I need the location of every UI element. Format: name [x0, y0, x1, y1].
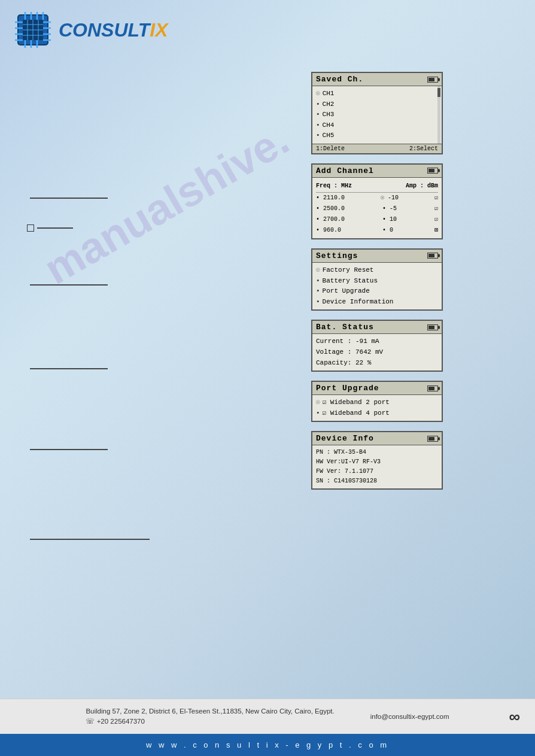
scrollbar-thumb-1: [437, 88, 440, 97]
annotation-line-1: [30, 198, 108, 199]
annotation-line-4: [30, 449, 108, 450]
battery-icon-4: [427, 324, 438, 330]
footer-email: info@consultix-egypt.com: [370, 713, 449, 720]
dev-pn: PN : WTX-35-B4: [316, 448, 438, 457]
footer-phone: ☏ +20 225647370: [86, 717, 334, 725]
footer-website-bar: w w w . c o n s u l t i x - e g y p t . …: [0, 734, 535, 756]
saved-channels-title-bar: Saved Ch.: [312, 73, 442, 86]
annotation-line-5: [30, 539, 150, 540]
checkbox-line-1: [37, 227, 73, 229]
footer-info-bar: Building 57, Zone 2, District 6, El-Tese…: [0, 699, 535, 734]
header: CONSULTIX: [0, 0, 535, 60]
footer: Building 57, Zone 2, District 6, El-Tese…: [0, 699, 535, 756]
port-upgrade-screen: Port Upgrade ☉ ☑ Wideband 2 port • ☑ Wid…: [311, 381, 443, 422]
saved-channels-title: Saved Ch.: [316, 75, 363, 84]
scrollbar-1[interactable]: [437, 86, 440, 144]
device-info-body: PN : WTX-35-B4 HW Ver:UI-V7 RF-V3 FW Ver…: [312, 445, 442, 488]
dev-sn: SN : C1410S730128: [316, 476, 438, 486]
battery-status-body: Current : -91 mA Voltage : 7642 mV Capac…: [312, 334, 442, 371]
annotation-checkbox-1: [27, 224, 73, 232]
battery-icon-6: [427, 436, 438, 442]
saved-ch-row-2: • CH2: [316, 99, 433, 110]
add-channel-screen: Add Channel Freq : MHz Amp : dBm • 2110.…: [311, 163, 443, 239]
battery-icon-1: [427, 77, 438, 83]
saved-ch-row-3: • CH3: [316, 110, 433, 120]
ac-col1: Freq : MHz: [316, 181, 352, 191]
add-channel-title-bar: Add Channel: [312, 165, 442, 178]
battery-icon-2: [427, 168, 438, 174]
settings-row-3: • Port Upgrade: [316, 286, 438, 297]
settings-row-4: • Device Information: [316, 297, 438, 308]
saved-ch-row-5: • CH5: [316, 130, 433, 141]
battery-status-title: Bat. Status: [316, 323, 374, 332]
add-channel-title: Add Channel: [316, 166, 374, 175]
dev-hw: HW Ver:UI-V7 RF-V3: [316, 457, 438, 467]
saved-channels-screen: Saved Ch. ☉ CH1 • CH2 • CH3 • CH4: [311, 72, 443, 154]
ac-col2: Amp : dBm: [406, 181, 438, 191]
bat-capacity: Capacity: 22 %: [316, 358, 438, 369]
settings-body: ☉ Factory Reset • Battery Status • Port …: [312, 263, 442, 309]
port-upgrade-body: ☉ ☑ Wideband 2 port • ☑ Wideband 4 port: [312, 395, 442, 421]
battery-status-screen: Bat. Status Current : -91 mA Voltage : 7…: [311, 320, 443, 372]
port-row-1: ☉ ☑ Wideband 2 port: [316, 397, 438, 408]
footer-address: Building 57, Zone 2, District 6, El-Tese…: [86, 708, 334, 715]
battery-icon-5: [427, 385, 438, 391]
bat-voltage: Voltage : 7642 mV: [316, 347, 438, 358]
footer-website: w w w . c o n s u l t i x - e g y p t . …: [146, 740, 389, 749]
settings-title-bar: Settings: [312, 250, 442, 263]
device-info-screen: Device Info PN : WTX-35-B4 HW Ver:UI-V7 …: [311, 431, 443, 490]
bat-current: Current : -91 mA: [316, 336, 438, 347]
device-info-title-bar: Device Info: [312, 432, 442, 445]
saved-ch-row-4: • CH4: [316, 120, 433, 131]
settings-row-2: • Battery Status: [316, 276, 438, 287]
settings-title: Settings: [316, 251, 358, 260]
device-info-title: Device Info: [316, 434, 374, 443]
saved-ch-row-1: ☉ CH1: [316, 89, 433, 99]
logo-container: CONSULTIX: [12, 9, 168, 51]
annotation-line-2: [30, 284, 108, 286]
footer-address-block: Building 57, Zone 2, District 6, El-Tese…: [86, 708, 334, 725]
ac-row-3: • 2700.0 • 10 ☑: [316, 214, 438, 225]
ac-row-2: • 2500.0 • -5 ☑: [316, 204, 438, 214]
port-upgrade-title-bar: Port Upgrade: [312, 382, 442, 395]
settings-screen: Settings ☉ Factory Reset • Battery Statu…: [311, 248, 443, 311]
saved-channels-footer: 1:Delete 2:Select: [312, 144, 442, 153]
footer-select[interactable]: 2:Select: [409, 145, 438, 152]
add-channel-body: Freq : MHz Amp : dBm • 2110.0 ☉ -10 ☑ • …: [312, 178, 442, 238]
settings-row-1: ☉ Factory Reset: [316, 265, 438, 276]
ac-row-4: • 960.0 • 0 ⊠: [316, 225, 438, 236]
port-row-2: • ☑ Wideband 4 port: [316, 408, 438, 419]
dev-fw: FW Ver: 7.1.1077: [316, 467, 438, 476]
port-upgrade-title: Port Upgrade: [316, 384, 379, 393]
logo-icon: [12, 9, 54, 51]
footer-infinity: ∞: [509, 708, 520, 726]
saved-channels-body: ☉ CH1 • CH2 • CH3 • CH4 • CH5: [312, 86, 442, 144]
ac-header: Freq : MHz Amp : dBm: [316, 180, 438, 193]
annotation-line-3: [30, 368, 108, 369]
footer-delete[interactable]: 1:Delete: [316, 145, 345, 152]
left-annotations: [18, 60, 138, 629]
ac-row-1: • 2110.0 ☉ -10 ☑: [316, 193, 438, 204]
checkbox-box-1: [27, 224, 34, 232]
logo-text: CONSULTIX: [59, 19, 168, 41]
battery-icon-3: [427, 253, 438, 259]
main-content: manualshive. Saved Ch. ☉ C: [0, 60, 535, 658]
screens-container: Saved Ch. ☉ CH1 • CH2 • CH3 • CH4: [311, 72, 443, 490]
battery-status-title-bar: Bat. Status: [312, 321, 442, 334]
